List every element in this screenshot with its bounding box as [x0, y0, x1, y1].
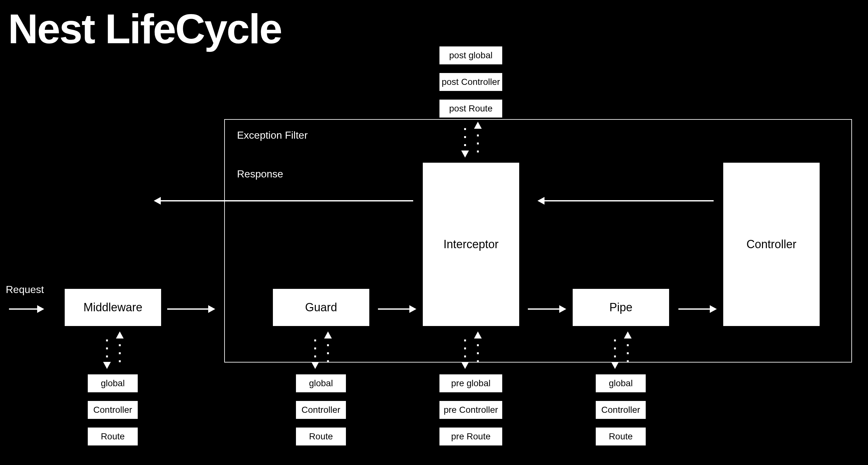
pipe-box: Pipe [572, 288, 670, 327]
arrow-icon [37, 305, 44, 313]
guard-scope-global: global [295, 374, 346, 393]
arrow-down-icon [461, 151, 469, 158]
arrow-down-icon [311, 362, 319, 369]
interceptor-box: Interceptor [422, 162, 520, 327]
guard-box: Guard [272, 288, 370, 327]
diagram-canvas: Exception Filter Response Request Middle… [0, 0, 868, 465]
arrow-down-icon [103, 362, 111, 369]
pipe-scope-route: Route [595, 427, 646, 446]
controller-box: Controller [722, 162, 820, 327]
arrow-icon [537, 197, 545, 205]
middleware-box: Middleware [64, 288, 162, 327]
arrow-down-icon [461, 362, 469, 369]
interceptor-pre-controller: pre Controller [439, 400, 503, 420]
pipe-scope-controller: Controller [595, 400, 646, 420]
arrow-up-icon [116, 332, 124, 339]
middleware-scope-global: global [87, 374, 138, 393]
pipe-scope-global: global [595, 374, 646, 393]
arrow-down-icon [611, 362, 619, 369]
middleware-scope-route: Route [87, 427, 138, 446]
arrow-up-icon [474, 332, 482, 339]
interceptor-pre-global: pre global [439, 374, 503, 393]
exception-filter-label: Exception Filter [237, 129, 308, 141]
middleware-scope-controller: Controller [87, 400, 138, 420]
interceptor-pre-route: pre Route [439, 427, 503, 446]
arrow-up-icon [474, 122, 482, 129]
response-label: Response [237, 168, 283, 180]
guard-scope-route: Route [295, 427, 346, 446]
interceptor-post-global: post global [439, 46, 503, 65]
interceptor-post-route: post Route [439, 99, 503, 118]
arrow-icon [154, 197, 161, 205]
interceptor-post-controller: post Controller [439, 72, 503, 92]
arrow-icon [409, 305, 416, 313]
arrow-up-icon [324, 332, 332, 339]
arrow-icon [559, 305, 566, 313]
arrow-icon [208, 305, 215, 313]
arrow-icon [710, 305, 717, 313]
request-label: Request [6, 284, 44, 296]
arrow-up-icon [624, 332, 631, 339]
guard-scope-controller: Controller [295, 400, 346, 420]
